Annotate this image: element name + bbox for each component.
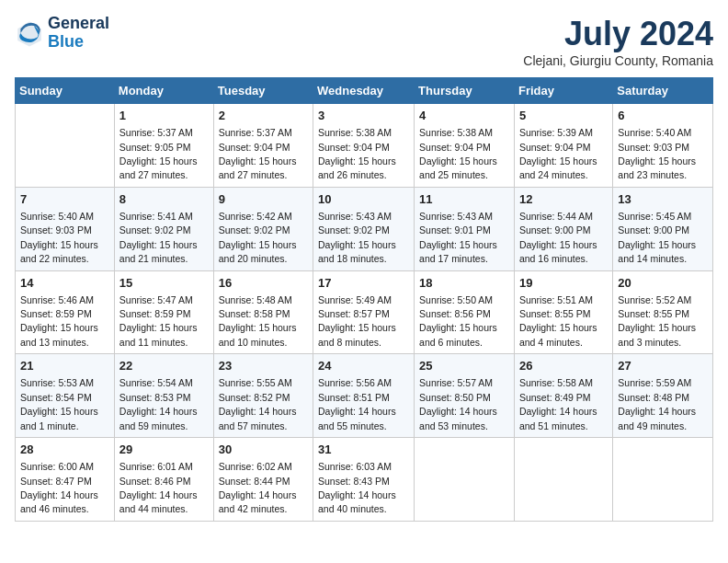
day-info: Sunrise: 5:39 AM Sunset: 9:04 PM Dayligh… bbox=[519, 127, 597, 180]
calendar-cell: 28Sunrise: 6:00 AM Sunset: 8:47 PM Dayli… bbox=[16, 438, 115, 522]
calendar-cell: 4Sunrise: 5:38 AM Sunset: 9:04 PM Daylig… bbox=[415, 104, 515, 188]
calendar-cell: 22Sunrise: 5:54 AM Sunset: 8:53 PM Dayli… bbox=[114, 354, 213, 438]
calendar-cell: 11Sunrise: 5:43 AM Sunset: 9:01 PM Dayli… bbox=[415, 187, 515, 270]
day-number: 3 bbox=[318, 108, 409, 124]
day-number: 27 bbox=[618, 358, 708, 374]
calendar-cell: 23Sunrise: 5:55 AM Sunset: 8:52 PM Dayli… bbox=[213, 354, 313, 438]
week-row-5: 28Sunrise: 6:00 AM Sunset: 8:47 PM Dayli… bbox=[16, 438, 713, 522]
calendar-cell bbox=[613, 438, 713, 522]
logo: General Blue bbox=[15, 15, 109, 52]
day-number: 23 bbox=[219, 358, 308, 374]
day-info: Sunrise: 6:03 AM Sunset: 8:43 PM Dayligh… bbox=[318, 461, 396, 514]
day-number: 10 bbox=[318, 191, 409, 208]
calendar-cell: 14Sunrise: 5:46 AM Sunset: 8:59 PM Dayli… bbox=[16, 270, 115, 354]
day-info: Sunrise: 5:55 AM Sunset: 8:52 PM Dayligh… bbox=[219, 377, 297, 431]
day-number: 5 bbox=[519, 108, 608, 124]
calendar-cell bbox=[514, 438, 612, 522]
day-number: 24 bbox=[318, 358, 409, 374]
calendar-cell: 29Sunrise: 6:01 AM Sunset: 8:46 PM Dayli… bbox=[114, 438, 213, 522]
day-number: 6 bbox=[618, 108, 708, 124]
calendar-cell: 16Sunrise: 5:48 AM Sunset: 8:58 PM Dayli… bbox=[213, 270, 313, 354]
day-info: Sunrise: 6:00 AM Sunset: 8:47 PM Dayligh… bbox=[20, 461, 98, 514]
day-number: 20 bbox=[618, 275, 708, 292]
day-info: Sunrise: 6:01 AM Sunset: 8:46 PM Dayligh… bbox=[119, 461, 198, 514]
calendar-cell: 18Sunrise: 5:50 AM Sunset: 8:56 PM Dayli… bbox=[415, 270, 515, 354]
day-info: Sunrise: 5:52 AM Sunset: 8:55 PM Dayligh… bbox=[618, 294, 696, 348]
col-header-sunday: Sunday bbox=[16, 78, 115, 104]
day-info: Sunrise: 5:44 AM Sunset: 9:00 PM Dayligh… bbox=[519, 211, 597, 264]
day-info: Sunrise: 6:02 AM Sunset: 8:44 PM Dayligh… bbox=[219, 461, 297, 514]
day-number: 9 bbox=[219, 191, 308, 208]
day-info: Sunrise: 5:40 AM Sunset: 9:03 PM Dayligh… bbox=[20, 211, 98, 264]
title-block: July 2024 Clejani, Giurgiu County, Roman… bbox=[523, 15, 713, 68]
day-info: Sunrise: 5:40 AM Sunset: 9:03 PM Dayligh… bbox=[618, 127, 696, 180]
calendar-cell: 3Sunrise: 5:38 AM Sunset: 9:04 PM Daylig… bbox=[313, 104, 415, 188]
day-number: 30 bbox=[219, 442, 308, 458]
month-title: July 2024 bbox=[523, 15, 713, 53]
day-info: Sunrise: 5:45 AM Sunset: 9:00 PM Dayligh… bbox=[618, 211, 696, 264]
logo-line1: General bbox=[48, 15, 109, 33]
col-header-thursday: Thursday bbox=[415, 78, 515, 104]
day-number: 31 bbox=[318, 442, 409, 458]
calendar-cell: 30Sunrise: 6:02 AM Sunset: 8:44 PM Dayli… bbox=[213, 438, 313, 522]
calendar-cell: 6Sunrise: 5:40 AM Sunset: 9:03 PM Daylig… bbox=[613, 104, 713, 188]
calendar-cell: 13Sunrise: 5:45 AM Sunset: 9:00 PM Dayli… bbox=[613, 187, 713, 270]
logo-icon bbox=[15, 18, 44, 48]
day-number: 19 bbox=[519, 275, 608, 292]
day-number: 17 bbox=[318, 275, 409, 292]
calendar-cell: 19Sunrise: 5:51 AM Sunset: 8:55 PM Dayli… bbox=[514, 270, 612, 354]
day-number: 28 bbox=[20, 442, 109, 458]
day-info: Sunrise: 5:51 AM Sunset: 8:55 PM Dayligh… bbox=[519, 294, 597, 348]
day-info: Sunrise: 5:38 AM Sunset: 9:04 PM Dayligh… bbox=[318, 127, 396, 180]
day-info: Sunrise: 5:49 AM Sunset: 8:57 PM Dayligh… bbox=[318, 294, 396, 348]
week-row-3: 14Sunrise: 5:46 AM Sunset: 8:59 PM Dayli… bbox=[16, 270, 713, 354]
day-number: 16 bbox=[219, 275, 308, 292]
day-number: 8 bbox=[119, 191, 209, 208]
day-number: 15 bbox=[119, 275, 209, 292]
calendar-cell: 20Sunrise: 5:52 AM Sunset: 8:55 PM Dayli… bbox=[613, 270, 713, 354]
day-number: 2 bbox=[219, 108, 308, 124]
day-info: Sunrise: 5:48 AM Sunset: 8:58 PM Dayligh… bbox=[219, 294, 297, 348]
calendar-cell: 31Sunrise: 6:03 AM Sunset: 8:43 PM Dayli… bbox=[313, 438, 415, 522]
calendar-cell: 8Sunrise: 5:41 AM Sunset: 9:02 PM Daylig… bbox=[114, 187, 213, 270]
week-row-2: 7Sunrise: 5:40 AM Sunset: 9:03 PM Daylig… bbox=[16, 187, 713, 270]
day-info: Sunrise: 5:53 AM Sunset: 8:54 PM Dayligh… bbox=[20, 377, 98, 431]
day-info: Sunrise: 5:41 AM Sunset: 9:02 PM Dayligh… bbox=[119, 211, 198, 264]
day-info: Sunrise: 5:47 AM Sunset: 8:59 PM Dayligh… bbox=[119, 294, 198, 348]
day-info: Sunrise: 5:43 AM Sunset: 9:02 PM Dayligh… bbox=[318, 211, 396, 264]
week-row-1: 1Sunrise: 5:37 AM Sunset: 9:05 PM Daylig… bbox=[16, 104, 713, 188]
header-row: SundayMondayTuesdayWednesdayThursdayFrid… bbox=[16, 78, 713, 104]
day-number: 26 bbox=[519, 358, 608, 374]
day-info: Sunrise: 5:57 AM Sunset: 8:50 PM Dayligh… bbox=[419, 377, 497, 431]
day-info: Sunrise: 5:59 AM Sunset: 8:48 PM Dayligh… bbox=[618, 377, 696, 431]
day-info: Sunrise: 5:46 AM Sunset: 8:59 PM Dayligh… bbox=[20, 294, 98, 348]
calendar-cell: 7Sunrise: 5:40 AM Sunset: 9:03 PM Daylig… bbox=[16, 187, 115, 270]
day-info: Sunrise: 5:43 AM Sunset: 9:01 PM Dayligh… bbox=[419, 211, 497, 264]
calendar-cell: 10Sunrise: 5:43 AM Sunset: 9:02 PM Dayli… bbox=[313, 187, 415, 270]
day-info: Sunrise: 5:56 AM Sunset: 8:51 PM Dayligh… bbox=[318, 377, 396, 431]
day-number: 12 bbox=[519, 191, 608, 208]
col-header-tuesday: Tuesday bbox=[213, 78, 313, 104]
day-number: 1 bbox=[119, 108, 209, 124]
day-number: 29 bbox=[119, 442, 209, 458]
day-info: Sunrise: 5:42 AM Sunset: 9:02 PM Dayligh… bbox=[219, 211, 297, 264]
day-number: 13 bbox=[618, 191, 708, 208]
day-number: 14 bbox=[20, 275, 109, 292]
day-number: 18 bbox=[419, 275, 509, 292]
calendar-cell: 25Sunrise: 5:57 AM Sunset: 8:50 PM Dayli… bbox=[415, 354, 515, 438]
calendar-cell: 12Sunrise: 5:44 AM Sunset: 9:00 PM Dayli… bbox=[514, 187, 612, 270]
col-header-friday: Friday bbox=[514, 78, 612, 104]
calendar-cell: 21Sunrise: 5:53 AM Sunset: 8:54 PM Dayli… bbox=[16, 354, 115, 438]
day-number: 25 bbox=[419, 358, 509, 374]
day-info: Sunrise: 5:38 AM Sunset: 9:04 PM Dayligh… bbox=[419, 127, 497, 180]
day-number: 21 bbox=[20, 358, 109, 374]
col-header-monday: Monday bbox=[114, 78, 213, 104]
calendar-cell: 1Sunrise: 5:37 AM Sunset: 9:05 PM Daylig… bbox=[114, 104, 213, 188]
calendar-cell: 26Sunrise: 5:58 AM Sunset: 8:49 PM Dayli… bbox=[514, 354, 612, 438]
day-info: Sunrise: 5:50 AM Sunset: 8:56 PM Dayligh… bbox=[419, 294, 497, 348]
day-info: Sunrise: 5:54 AM Sunset: 8:53 PM Dayligh… bbox=[119, 377, 198, 431]
week-row-4: 21Sunrise: 5:53 AM Sunset: 8:54 PM Dayli… bbox=[16, 354, 713, 438]
calendar-cell: 5Sunrise: 5:39 AM Sunset: 9:04 PM Daylig… bbox=[514, 104, 612, 188]
calendar-cell: 2Sunrise: 5:37 AM Sunset: 9:04 PM Daylig… bbox=[213, 104, 313, 188]
calendar-cell: 27Sunrise: 5:59 AM Sunset: 8:48 PM Dayli… bbox=[613, 354, 713, 438]
